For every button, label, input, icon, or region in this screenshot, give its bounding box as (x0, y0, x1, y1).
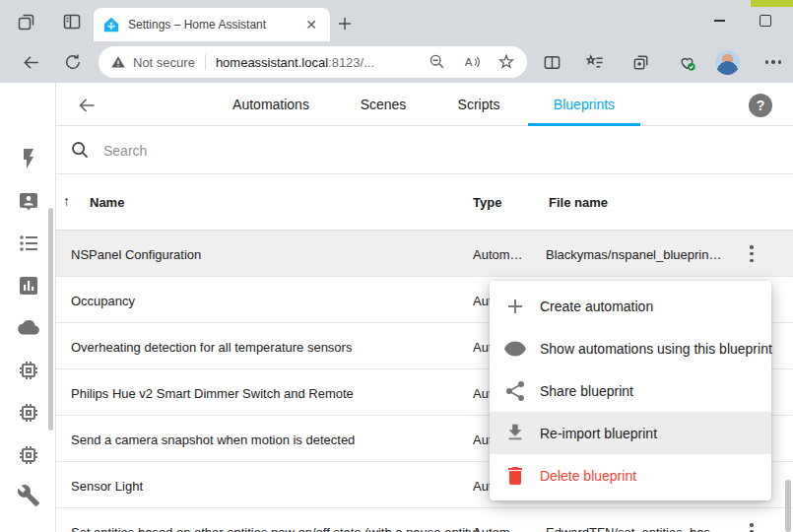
close-tab-icon[interactable]: ✕ (302, 17, 320, 33)
window-minimize-button[interactable] (704, 8, 734, 33)
row-name: Occupancy (71, 294, 135, 308)
download-icon (503, 422, 527, 445)
maximize-icon (760, 15, 771, 27)
flash-icon[interactable] (17, 147, 40, 170)
chip-icon-1[interactable] (17, 359, 40, 382)
split-screen-button[interactable] (539, 49, 564, 75)
row-file: EdwardTFN/set_entities_bas… (546, 525, 723, 532)
copy-add-icon (631, 53, 650, 72)
browser-essentials-button[interactable] (674, 49, 699, 75)
help-button[interactable]: ? (749, 94, 772, 117)
screenshot-root: Settings – Home Assistant ✕ (0, 0, 793, 532)
eye-icon (503, 337, 527, 361)
tab-stacks-button[interactable] (14, 10, 39, 33)
menu-item-label: Delete blueprint (540, 468, 636, 484)
browser-settings-button[interactable] (760, 49, 786, 75)
more-options-icon (765, 60, 782, 64)
sort-arrow-icon[interactable]: ↑ (63, 193, 70, 209)
cloud-icon[interactable] (17, 316, 40, 340)
tab-scenes[interactable]: Scenes (361, 97, 407, 112)
plus-icon (337, 16, 353, 32)
not-secure-warning-icon (110, 54, 126, 70)
tab-stacks-icon (17, 12, 36, 32)
plus-icon (503, 295, 527, 318)
refresh-icon (64, 53, 82, 71)
sidebar-scrollbar[interactable] (48, 208, 53, 431)
menu-item-reimport-blueprint[interactable]: Re-import blueprint (490, 412, 771, 454)
voice-assistant-icon[interactable] (17, 189, 40, 213)
tab-title: Settings – Home Assistant (128, 18, 302, 32)
address-bar[interactable]: Not secure homeassistant.local :8123/...… (99, 46, 527, 78)
collections-button[interactable] (582, 49, 608, 75)
add-to-collection-button[interactable] (628, 49, 653, 75)
split-screen-icon (543, 53, 562, 72)
chip-icon-2[interactable] (17, 401, 40, 425)
tab-blueprints[interactable]: Blueprints (554, 97, 615, 112)
zoom-out-icon[interactable] (429, 53, 446, 71)
column-type[interactable]: Type (473, 195, 501, 210)
wrench-icon[interactable] (17, 484, 40, 507)
menu-item-share-blueprint[interactable]: Share blueprint (490, 369, 771, 412)
browser-chrome: Settings – Home Assistant ✕ (0, 0, 793, 83)
collections-icon (586, 53, 605, 72)
browser-toolbar: Not secure homeassistant.local :8123/...… (0, 41, 793, 83)
home-assistant-favicon (103, 17, 119, 33)
back-button[interactable] (18, 49, 43, 75)
search-row (56, 126, 793, 174)
heart-pulse-icon (678, 53, 696, 72)
trash-icon (503, 464, 527, 488)
row-file: Blackymas/nspanel_blueprin… (546, 247, 721, 262)
page-scrollbar[interactable] (785, 480, 791, 532)
row-name: Overheating detection for all temperatur… (71, 340, 352, 355)
browser-tab[interactable]: Settings – Home Assistant ✕ (94, 8, 330, 41)
menu-item-label: Show automations using this blueprint (540, 341, 772, 357)
row-overflow-menu-icon[interactable] (745, 523, 759, 532)
minimize-icon (714, 20, 725, 22)
read-aloud-icon[interactable]: A (463, 53, 481, 71)
search-icon (70, 140, 90, 160)
row-name: Send a camera snapshot when motion is de… (71, 432, 355, 447)
svg-text:A: A (465, 55, 473, 68)
url-host: homeassistant.local (216, 55, 328, 70)
desktop-edge-strip (751, 0, 793, 7)
refresh-button[interactable] (60, 49, 86, 75)
vertical-tabs-button[interactable] (59, 10, 85, 33)
row-name: Set entities based on other entities new… (71, 525, 480, 532)
tab-automations[interactable]: Automations (232, 97, 309, 112)
row-overflow-menu-icon[interactable] (745, 245, 759, 262)
ha-back-button[interactable] (75, 94, 99, 117)
security-label: Not secure (133, 55, 195, 70)
row-name: NSPanel Configuration (71, 247, 201, 262)
row-type: Autom… (473, 247, 523, 262)
back-icon (22, 53, 40, 72)
menu-item-create-automation[interactable]: Create automation (490, 285, 771, 327)
chip-icon-3[interactable] (17, 443, 40, 467)
profile-avatar[interactable] (714, 49, 740, 75)
vertical-tabs-icon (62, 12, 82, 32)
share-icon (503, 379, 527, 403)
table-row[interactable]: Set entities based on other entities new… (56, 508, 793, 532)
todo-list-icon[interactable] (17, 232, 40, 255)
new-tab-button[interactable] (333, 12, 357, 35)
window-maximize-button[interactable] (751, 8, 780, 33)
menu-item-label: Share blueprint (540, 383, 633, 399)
analytics-icon[interactable] (17, 274, 40, 298)
divider (205, 54, 206, 70)
row-name: Sensor Light (71, 479, 143, 494)
column-file[interactable]: File name (549, 195, 608, 210)
back-arrow-icon (77, 96, 97, 115)
blueprint-context-menu: Create automation Show automations using… (490, 281, 771, 500)
menu-item-label: Create automation (540, 299, 653, 314)
avatar (715, 50, 740, 75)
menu-item-delete-blueprint[interactable]: Delete blueprint (490, 454, 771, 497)
menu-item-show-automations[interactable]: Show automations using this blueprint (490, 327, 771, 369)
row-name: Philips Hue v2 Smart Dimmer Switch and R… (71, 386, 354, 401)
tab-scripts[interactable]: Scripts (458, 97, 500, 112)
row-type: Autom… (473, 525, 523, 532)
column-name[interactable]: Name (90, 195, 124, 210)
menu-item-label: Re-import blueprint (540, 426, 657, 441)
table-row[interactable]: NSPanel Configuration Autom… Blackymas/n… (56, 231, 793, 277)
favorite-star-icon[interactable] (497, 53, 515, 71)
table-header: ↑ Name Type File name (56, 174, 793, 231)
search-input[interactable] (101, 137, 480, 165)
